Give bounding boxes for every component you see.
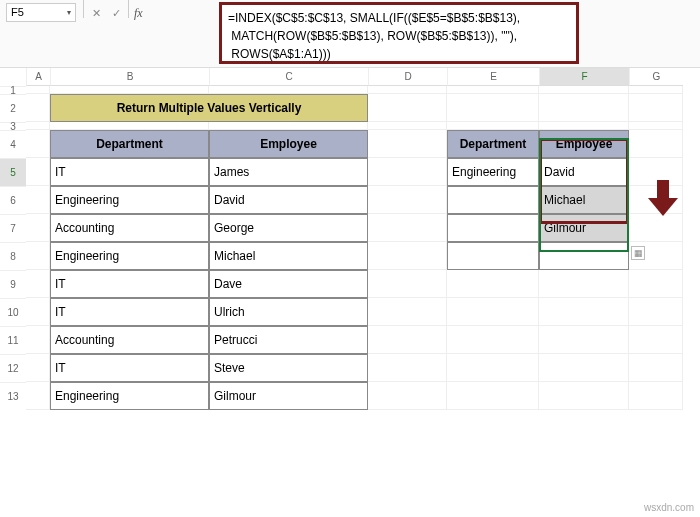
table-row[interactable]: Accounting (50, 214, 209, 242)
table-row[interactable]: IT (50, 298, 209, 326)
table-row[interactable]: James (209, 158, 368, 186)
col-hdr-D[interactable]: D (368, 68, 447, 86)
table-row[interactable]: Engineering (50, 242, 209, 270)
col-hdr-B[interactable]: B (50, 68, 209, 86)
row-hdr-10[interactable]: 10 (0, 298, 26, 326)
formula-line-2: MATCH(ROW($B$5:$B$13), ROW($B$5:$B$13)),… (228, 27, 570, 45)
row-hdr-8[interactable]: 8 (0, 242, 26, 270)
row-hdr-7[interactable]: 7 (0, 214, 26, 242)
row-hdr-1[interactable]: 1 (0, 86, 26, 94)
table-row[interactable]: IT (50, 270, 209, 298)
title-cell: Return Multiple Values Vertically (50, 94, 368, 122)
formula-bar[interactable]: =INDEX($C$5:$C$13, SMALL(IF(($E$5=$B$5:$… (219, 2, 579, 64)
table-row[interactable]: Ulrich (209, 298, 368, 326)
row-hdr-9[interactable]: 9 (0, 270, 26, 298)
col-hdr-A[interactable]: A (26, 68, 50, 86)
left-hdr-dept: Department (50, 130, 209, 158)
row-hdr-12[interactable]: 12 (0, 354, 26, 382)
col-hdr-C[interactable]: C (209, 68, 368, 86)
result-cell[interactable]: Gilmour (539, 214, 629, 242)
lookup-cell-empty[interactable] (447, 214, 539, 242)
arrow-down-icon (648, 180, 678, 216)
row-hdr-3[interactable]: 3 (0, 122, 26, 130)
table-row[interactable]: Engineering (50, 186, 209, 214)
formula-line-3: ROWS($A$1:A1))) (228, 45, 570, 63)
row-hdr-5[interactable]: 5 (0, 158, 26, 186)
col-hdr-F[interactable]: F (539, 68, 629, 86)
left-hdr-emp: Employee (209, 130, 368, 158)
table-row[interactable]: Dave (209, 270, 368, 298)
col-hdr-E[interactable]: E (447, 68, 539, 86)
table-row[interactable]: Steve (209, 354, 368, 382)
name-box[interactable]: F5 ▾ (6, 3, 76, 22)
table-row[interactable]: Engineering (50, 382, 209, 410)
row-hdr-2[interactable]: 2 (0, 94, 26, 122)
name-box-value: F5 (11, 6, 24, 18)
row-hdr-4[interactable]: 4 (0, 130, 26, 158)
column-headers[interactable]: A B C D E F G (26, 68, 683, 86)
result-cell[interactable]: Michael (539, 186, 629, 214)
table-row[interactable]: Gilmour (209, 382, 368, 410)
formula-line-1: =INDEX($C$5:$C$13, SMALL(IF(($E$5=$B$5:$… (228, 9, 570, 27)
table-row[interactable]: George (209, 214, 368, 242)
formula-confirm-icon[interactable]: ✓ (107, 5, 125, 23)
result-cell[interactable]: David (539, 158, 629, 186)
watermark: wsxdn.com (644, 502, 694, 513)
table-row[interactable]: David (209, 186, 368, 214)
table-row[interactable]: IT (50, 354, 209, 382)
table-row[interactable]: Michael (209, 242, 368, 270)
lookup-cell-empty[interactable] (447, 186, 539, 214)
result-cell[interactable] (539, 242, 629, 270)
row-hdr-13[interactable]: 13 (0, 382, 26, 410)
row-hdr-6[interactable]: 6 (0, 186, 26, 214)
row-headers[interactable]: 1 2 3 4 5 6 7 8 9 10 11 12 13 (0, 86, 26, 410)
worksheet-grid[interactable]: Return Multiple Values Vertically Depart… (26, 86, 683, 410)
fx-icon[interactable]: fx (134, 4, 143, 23)
chevron-down-icon[interactable]: ▾ (67, 8, 71, 17)
lookup-cell[interactable]: Engineering (447, 158, 539, 186)
table-row[interactable]: IT (50, 158, 209, 186)
right-hdr-emp: Employee (539, 130, 629, 158)
row-hdr-11[interactable]: 11 (0, 326, 26, 354)
formula-cancel-icon[interactable]: ✕ (87, 5, 105, 23)
table-row[interactable]: Accounting (50, 326, 209, 354)
autofill-options-icon[interactable]: ▦ (631, 246, 645, 260)
lookup-cell-empty[interactable] (447, 242, 539, 270)
right-hdr-dept: Department (447, 130, 539, 158)
table-row[interactable]: Petrucci (209, 326, 368, 354)
col-hdr-G[interactable]: G (629, 68, 683, 86)
